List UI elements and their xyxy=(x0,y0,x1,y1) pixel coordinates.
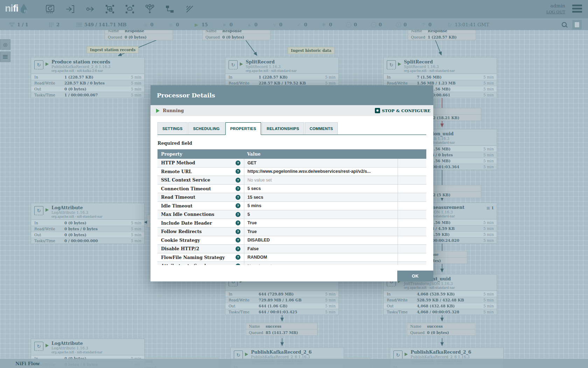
process-group-icon[interactable] xyxy=(105,4,115,14)
unversioned-count: ?0 xyxy=(421,22,432,27)
page-icon xyxy=(575,22,579,27)
help-icon[interactable]: ? xyxy=(236,212,240,217)
tab-properties[interactable]: PROPERTIES xyxy=(225,122,261,135)
arrow-up-circle-icon: ↑ xyxy=(346,22,351,27)
processor-icon: ↻ xyxy=(34,206,43,215)
help-icon[interactable]: ? xyxy=(236,178,240,183)
property-row: FlowFile Naming Strategy?RANDOM xyxy=(158,253,426,262)
help-icon[interactable]: ? xyxy=(236,220,240,225)
dialog-title: Processor Details xyxy=(157,92,215,99)
stopped-square-icon: ■ xyxy=(222,22,227,27)
help-icon[interactable]: ? xyxy=(236,264,240,265)
help-icon[interactable]: ? xyxy=(236,161,240,165)
processor-icon: ↻ xyxy=(387,60,396,69)
processor-node[interactable]: ↻ LogAttributeLogAttribute 1.16.3org.apa… xyxy=(31,203,145,244)
input-port-icon[interactable] xyxy=(65,4,75,14)
lightning-slash-icon: ϟ xyxy=(272,22,277,27)
processor-node[interactable]: ↻ Produce station recordsPublishKafkaRec… xyxy=(31,57,145,98)
connection-label[interactable]: Namesuccess Queued0 (0 bytes) xyxy=(407,323,475,336)
property-row: Remote URL?https://www.pegelonline.wsv.d… xyxy=(158,168,426,176)
run-state-label: Running xyxy=(163,108,184,113)
processor-icon[interactable] xyxy=(45,4,55,14)
help-icon[interactable]: ? xyxy=(236,255,240,260)
column-property: Property xyxy=(158,151,244,157)
processor-icon: ↻ xyxy=(229,60,238,69)
remote-process-group-icon[interactable] xyxy=(125,4,135,14)
property-row: Cookie Strategy?DISABLED xyxy=(158,236,426,245)
connection-label[interactable]: Namesuccess Queued85 (141.37 MB) xyxy=(246,323,317,336)
list-icon xyxy=(76,22,82,27)
property-row: HTTP Method?GET xyxy=(158,159,426,168)
current-user: admin xyxy=(546,3,565,8)
property-row: Include Date Header?True xyxy=(158,219,426,228)
logout-link[interactable]: LOG OUT xyxy=(546,10,565,14)
help-icon[interactable]: ? xyxy=(236,238,240,243)
dialog-tabs: SETTINGS SCHEDULING PROPERTIES RELATIONS… xyxy=(158,122,426,135)
tab-relationships[interactable]: RELATIONSHIPS xyxy=(262,122,304,134)
global-menu-icon[interactable] xyxy=(572,5,582,13)
breadcrumb[interactable]: NiFi Flow xyxy=(0,359,588,368)
arrow-up-circle-icon: ↑ xyxy=(371,22,376,27)
navigate-palette-button[interactable]: ◎ xyxy=(0,39,10,50)
tab-comments[interactable]: COMMENTS xyxy=(305,122,338,134)
flow-note-button[interactable] xyxy=(572,20,582,29)
last-refresh: ↻ 13:01:41 GMT xyxy=(447,22,489,27)
disabled-count: ϟ0 xyxy=(272,22,282,27)
transmitting-count: ◎0 xyxy=(143,22,154,27)
operate-palette-button[interactable] xyxy=(0,52,10,62)
help-icon[interactable]: ? xyxy=(236,246,240,251)
property-row: Disable HTTP/2?False xyxy=(158,245,426,253)
dialog-header: Processor Details xyxy=(150,85,433,105)
property-row: Attributes to Send?No value set xyxy=(158,262,426,265)
stop-and-configure-button[interactable]: ✱ STOP & CONFIGURE xyxy=(375,108,430,113)
properties-table: Property Value HTTP Method?GET Remote UR… xyxy=(158,149,426,265)
property-row: Read Timeout?15 secs xyxy=(158,193,426,202)
transmitting-icon: ◎ xyxy=(143,22,148,27)
birdseye-icon: ◎ xyxy=(3,42,7,47)
help-icon[interactable]: ? xyxy=(236,195,240,200)
flow-annotation[interactable]: Ingest historic data xyxy=(288,47,335,54)
column-value: Value xyxy=(244,151,426,157)
help-icon[interactable]: ? xyxy=(236,186,240,191)
gear-icon: ✱ xyxy=(375,108,380,113)
flow-annotation[interactable]: Ingest station records xyxy=(87,46,139,53)
up-to-date-count: ✓0 xyxy=(296,22,307,27)
exclamation-circle-icon: ! xyxy=(396,22,401,27)
refresh-time: 13:01:41 GMT xyxy=(455,22,489,27)
nifi-drop-icon xyxy=(19,3,28,14)
processor-icon: ↻ xyxy=(34,342,43,351)
ok-button[interactable]: OK xyxy=(397,271,433,281)
not-transmitting-count: ⊘0 xyxy=(168,22,179,27)
invalid-count: ▲0 xyxy=(247,22,258,27)
processor-status-strip: Running ✱ STOP & CONFIGURE xyxy=(150,105,433,116)
template-icon[interactable] xyxy=(164,4,175,14)
asterisk-icon: ✱ xyxy=(321,22,327,27)
stale-count: ↑0 xyxy=(346,22,357,27)
search-icon[interactable] xyxy=(562,22,567,27)
property-row: Follow Redirects?True xyxy=(158,227,426,236)
tab-scheduling[interactable]: SCHEDULING xyxy=(188,122,225,134)
thread-count: 2 xyxy=(49,22,59,27)
required-field-label: Required field xyxy=(158,141,426,146)
flow-status-bar: 1 / 1 2 549 / 141.71 MB ◎0 ⊘0 ▶15 ■0 ▲0 … xyxy=(0,19,588,30)
label-icon[interactable] xyxy=(184,4,195,14)
help-icon[interactable]: ? xyxy=(236,203,240,208)
processor-details-dialog: Processor Details Running ✱ STOP & CONFI… xyxy=(150,85,433,281)
counter-badge: 1 xyxy=(486,206,494,210)
processor-icon: ↻ xyxy=(34,60,43,69)
funnel-icon[interactable] xyxy=(145,4,155,14)
cluster-status: 1 / 1 xyxy=(9,22,28,27)
queued-totals: 549 / 141.71 MB xyxy=(76,22,127,27)
not-transmitting-icon: ⊘ xyxy=(168,22,174,27)
property-row: Connection Timeout?5 secs xyxy=(158,185,426,193)
stopped-count: ■0 xyxy=(222,22,233,27)
help-icon[interactable]: ? xyxy=(236,229,240,234)
tab-settings[interactable]: SETTINGS xyxy=(158,122,188,134)
help-icon[interactable]: ? xyxy=(236,169,240,174)
property-row: SSL Context Service?No value set xyxy=(158,176,426,185)
refresh-icon[interactable]: ↻ xyxy=(447,22,452,27)
top-toolbar: nifi admin LOG OUT xyxy=(0,0,588,19)
locally-modified-count: ✱0 xyxy=(321,22,332,27)
breadcrumb-root[interactable]: NiFi Flow xyxy=(15,361,40,366)
output-port-icon[interactable] xyxy=(85,4,95,14)
